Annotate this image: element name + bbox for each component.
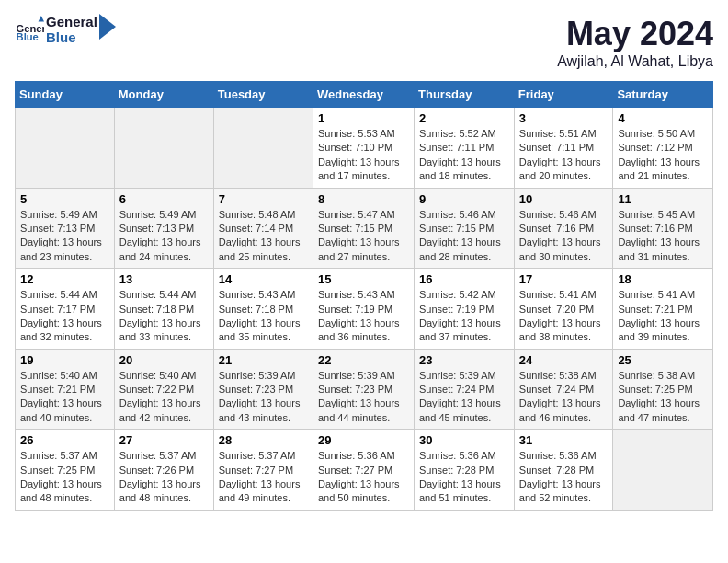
day-info: Sunrise: 5:36 AM Sunset: 7:27 PM Dayligh… [318,449,409,506]
day-info: Sunrise: 5:44 AM Sunset: 7:18 PM Dayligh… [119,288,209,345]
day-info: Sunrise: 5:44 AM Sunset: 7:17 PM Dayligh… [20,288,109,345]
calendar-cell: 16Sunrise: 5:42 AM Sunset: 7:19 PM Dayli… [415,269,515,350]
day-info: Sunrise: 5:38 AM Sunset: 7:24 PM Dayligh… [519,369,609,426]
day-number: 12 [20,272,109,286]
weekday-header-cell: Monday [114,82,213,108]
calendar-cell: 20Sunrise: 5:40 AM Sunset: 7:22 PM Dayli… [114,349,213,430]
calendar-cell: 24Sunrise: 5:38 AM Sunset: 7:24 PM Dayli… [514,349,613,430]
calendar-cell: 27Sunrise: 5:37 AM Sunset: 7:26 PM Dayli… [114,430,213,511]
calendar-cell: 19Sunrise: 5:40 AM Sunset: 7:21 PM Dayli… [16,349,115,430]
calendar-cell: 25Sunrise: 5:38 AM Sunset: 7:25 PM Dayli… [613,349,713,430]
day-info: Sunrise: 5:48 AM Sunset: 7:14 PM Dayligh… [219,208,308,265]
calendar-cell: 10Sunrise: 5:46 AM Sunset: 7:16 PM Dayli… [514,188,613,269]
day-info: Sunrise: 5:41 AM Sunset: 7:20 PM Dayligh… [519,288,609,345]
calendar-cell: 23Sunrise: 5:39 AM Sunset: 7:24 PM Dayli… [415,349,515,430]
day-info: Sunrise: 5:42 AM Sunset: 7:19 PM Dayligh… [419,288,509,345]
calendar-cell: 22Sunrise: 5:39 AM Sunset: 7:23 PM Dayli… [313,349,414,430]
logo-text-general: General [46,15,97,30]
day-number: 13 [119,272,209,286]
day-number: 1 [318,111,409,125]
logo-triangle-icon [99,14,116,40]
day-number: 21 [219,353,308,367]
day-number: 8 [318,192,409,206]
svg-marker-2 [39,16,44,21]
day-number: 24 [519,353,609,367]
calendar-cell [16,108,115,189]
calendar-cell [613,430,713,511]
day-info: Sunrise: 5:45 AM Sunset: 7:16 PM Dayligh… [618,208,708,265]
day-number: 4 [618,111,708,125]
day-info: Sunrise: 5:53 AM Sunset: 7:10 PM Dayligh… [318,127,409,184]
calendar-cell: 15Sunrise: 5:43 AM Sunset: 7:19 PM Dayli… [313,269,414,350]
calendar-cell: 13Sunrise: 5:44 AM Sunset: 7:18 PM Dayli… [114,269,213,350]
day-info: Sunrise: 5:51 AM Sunset: 7:11 PM Dayligh… [519,127,609,184]
day-number: 19 [20,353,109,367]
calendar-week-row: 26Sunrise: 5:37 AM Sunset: 7:25 PM Dayli… [16,430,713,511]
day-info: Sunrise: 5:49 AM Sunset: 7:13 PM Dayligh… [20,208,109,265]
calendar-cell: 7Sunrise: 5:48 AM Sunset: 7:14 PM Daylig… [213,188,313,269]
calendar-cell: 26Sunrise: 5:37 AM Sunset: 7:25 PM Dayli… [16,430,115,511]
day-info: Sunrise: 5:43 AM Sunset: 7:18 PM Dayligh… [219,288,308,345]
weekday-header-cell: Saturday [613,82,713,108]
day-number: 22 [318,353,409,367]
day-info: Sunrise: 5:37 AM Sunset: 7:27 PM Dayligh… [219,449,308,506]
calendar-cell [114,108,213,189]
day-info: Sunrise: 5:39 AM Sunset: 7:23 PM Dayligh… [318,369,409,426]
calendar-cell: 30Sunrise: 5:36 AM Sunset: 7:28 PM Dayli… [415,430,515,511]
calendar-cell [213,108,313,189]
calendar-week-row: 5Sunrise: 5:49 AM Sunset: 7:13 PM Daylig… [16,188,713,269]
day-info: Sunrise: 5:36 AM Sunset: 7:28 PM Dayligh… [519,449,609,506]
calendar-week-row: 12Sunrise: 5:44 AM Sunset: 7:17 PM Dayli… [16,269,713,350]
location-title: Awjilah, Al Wahat, Libya [557,53,713,70]
day-number: 27 [119,433,209,447]
day-number: 18 [618,272,708,286]
day-info: Sunrise: 5:46 AM Sunset: 7:16 PM Dayligh… [519,208,609,265]
calendar-cell: 5Sunrise: 5:49 AM Sunset: 7:13 PM Daylig… [16,188,115,269]
calendar-cell: 18Sunrise: 5:41 AM Sunset: 7:21 PM Dayli… [613,269,713,350]
day-info: Sunrise: 5:36 AM Sunset: 7:28 PM Dayligh… [419,449,509,506]
day-number: 16 [419,272,509,286]
month-title: May 2024 [557,15,713,53]
calendar-cell: 6Sunrise: 5:49 AM Sunset: 7:13 PM Daylig… [114,188,213,269]
calendar-cell: 3Sunrise: 5:51 AM Sunset: 7:11 PM Daylig… [514,108,613,189]
calendar-cell: 2Sunrise: 5:52 AM Sunset: 7:11 PM Daylig… [415,108,515,189]
day-number: 31 [519,433,609,447]
calendar-table: SundayMondayTuesdayWednesdayThursdayFrid… [15,81,713,511]
calendar-cell: 17Sunrise: 5:41 AM Sunset: 7:20 PM Dayli… [514,269,613,350]
day-number: 23 [419,353,509,367]
calendar-week-row: 19Sunrise: 5:40 AM Sunset: 7:21 PM Dayli… [16,349,713,430]
svg-marker-3 [99,14,116,40]
logo-icon: General Blue [15,16,44,45]
weekday-header-cell: Friday [514,82,613,108]
day-info: Sunrise: 5:47 AM Sunset: 7:15 PM Dayligh… [318,208,409,265]
weekday-header-cell: Wednesday [313,82,414,108]
day-number: 15 [318,272,409,286]
day-info: Sunrise: 5:39 AM Sunset: 7:23 PM Dayligh… [219,369,308,426]
day-info: Sunrise: 5:37 AM Sunset: 7:25 PM Dayligh… [20,449,109,506]
day-number: 7 [219,192,308,206]
day-info: Sunrise: 5:39 AM Sunset: 7:24 PM Dayligh… [419,369,509,426]
day-number: 10 [519,192,609,206]
day-info: Sunrise: 5:40 AM Sunset: 7:21 PM Dayligh… [20,369,109,426]
weekday-header-cell: Tuesday [213,82,313,108]
calendar-cell: 1Sunrise: 5:53 AM Sunset: 7:10 PM Daylig… [313,108,414,189]
day-info: Sunrise: 5:38 AM Sunset: 7:25 PM Dayligh… [618,369,708,426]
calendar-cell: 9Sunrise: 5:46 AM Sunset: 7:15 PM Daylig… [415,188,515,269]
day-number: 20 [119,353,209,367]
weekday-header-cell: Sunday [16,82,115,108]
day-info: Sunrise: 5:37 AM Sunset: 7:26 PM Dayligh… [119,449,209,506]
day-number: 30 [419,433,509,447]
day-number: 29 [318,433,409,447]
svg-text:Blue: Blue [17,31,39,42]
logo-text-blue: Blue [46,30,97,46]
calendar-cell: 11Sunrise: 5:45 AM Sunset: 7:16 PM Dayli… [613,188,713,269]
calendar-cell: 4Sunrise: 5:50 AM Sunset: 7:12 PM Daylig… [613,108,713,189]
calendar-cell: 21Sunrise: 5:39 AM Sunset: 7:23 PM Dayli… [213,349,313,430]
weekday-header-row: SundayMondayTuesdayWednesdayThursdayFrid… [16,82,713,108]
weekday-header-cell: Thursday [415,82,515,108]
calendar-cell: 31Sunrise: 5:36 AM Sunset: 7:28 PM Dayli… [514,430,613,511]
day-info: Sunrise: 5:49 AM Sunset: 7:13 PM Dayligh… [119,208,209,265]
page-header: General Blue General Blue May 2024 Awjil… [15,15,713,70]
day-number: 9 [419,192,509,206]
calendar-cell: 12Sunrise: 5:44 AM Sunset: 7:17 PM Dayli… [16,269,115,350]
